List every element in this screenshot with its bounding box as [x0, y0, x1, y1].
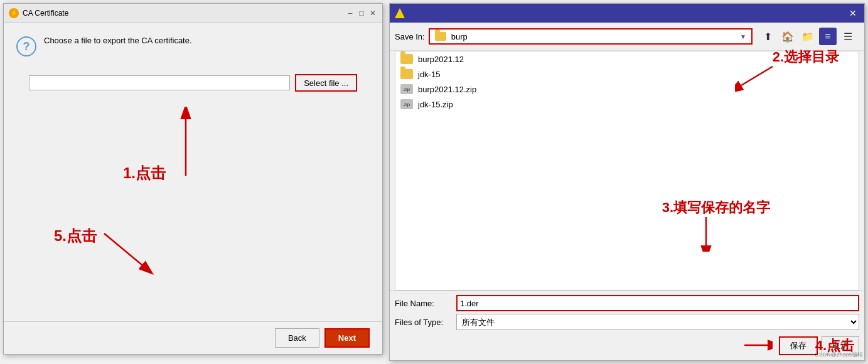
dialog-header: ? Choose a file to export the CA certifi… [16, 35, 370, 56]
bottom-fields: File Name: Files of Type: 所有文件 [390, 291, 864, 334]
right-close-button[interactable]: ✕ [847, 8, 859, 18]
list-item[interactable]: zip burp2021.12.zip [395, 82, 859, 97]
dialog-content: ? Choose a file to export the CA certifi… [4, 23, 382, 321]
list-item[interactable]: burp2021.12 [395, 51, 859, 67]
next-button[interactable]: Next [324, 328, 370, 348]
right-title-bar: ✕ [390, 4, 864, 23]
list-item[interactable]: zip jdk-15.zip [395, 97, 859, 112]
folder-icon [435, 32, 446, 41]
save-in-label: Save In: [395, 32, 425, 41]
list-item[interactable]: jdk-15 [395, 67, 859, 82]
current-folder: burp [451, 32, 735, 41]
watermark: CSDN@zhaos编辑 [815, 351, 863, 359]
zip-icon: zip [400, 84, 413, 94]
dialog-footer: Back Next [4, 321, 382, 354]
save-button[interactable]: 保存 [779, 336, 818, 355]
zip-icon: zip [400, 99, 413, 109]
back-button[interactable]: Back [275, 328, 319, 348]
files-of-type-label: Files of Type: [395, 318, 451, 327]
dialog-title: CA Certificate [23, 9, 68, 18]
title-icon: ⚡ [9, 8, 19, 18]
question-icon: ? [16, 36, 36, 56]
file-name-label: jdk-15.zip [418, 100, 453, 109]
select-file-button[interactable]: Select file ... [295, 74, 357, 92]
file-select-area: Select file ... [16, 69, 370, 94]
close-button[interactable]: ✕ [368, 9, 377, 18]
file-name-label: File Name: [395, 299, 451, 308]
right-title-controls: ✕ [847, 8, 859, 18]
save-in-dropdown[interactable]: burp ▼ [429, 28, 753, 45]
file-name-label: jdk-15 [418, 70, 440, 79]
svg-line-3 [104, 233, 142, 265]
step1-label: 1.点击 [123, 163, 166, 183]
list-view-button[interactable]: ≡ [819, 28, 837, 45]
file-path-input[interactable] [29, 75, 290, 90]
folder-icon [400, 69, 413, 79]
arrow4-svg [741, 336, 773, 354]
dropdown-arrow-icon: ▼ [740, 33, 746, 40]
arrow1-svg [161, 107, 211, 182]
action-buttons: 4.点击 保存 取消 [390, 336, 864, 360]
detail-view-button[interactable]: ☰ [839, 28, 857, 45]
minimize-button[interactable]: – [346, 9, 355, 18]
left-annotation-area: 1.点击 5.点击 [16, 94, 370, 309]
new-folder-button[interactable]: 📁 [799, 28, 817, 45]
file-list: burp2021.12 jdk-15 zip burp2021.12.zip z… [395, 51, 859, 291]
title-bar-left: ⚡ CA Certificate [9, 8, 68, 18]
save-in-row: Save In: burp ▼ ⬆ 🏠 📁 ≡ ☰ [390, 23, 864, 51]
filename-input[interactable] [456, 295, 859, 311]
files-of-type-select[interactable]: 所有文件 [456, 314, 859, 330]
up-folder-button[interactable]: ⬆ [759, 28, 776, 45]
step5-label: 5.点击 [54, 226, 97, 246]
folder-icon [400, 54, 413, 64]
filetype-row: Files of Type: 所有文件 [395, 314, 859, 330]
filename-row: File Name: [395, 295, 859, 311]
arrow5-svg [98, 227, 161, 277]
right-title-icon [395, 8, 405, 18]
file-chooser-dialog: ✕ Save In: burp ▼ ⬆ 🏠 📁 ≡ ☰ burp2021.12 … [389, 3, 865, 361]
title-controls: – □ ✕ [346, 9, 377, 18]
file-name-label: burp2021.12 [418, 55, 464, 64]
ca-certificate-dialog: ⚡ CA Certificate – □ ✕ ? Choose a file t… [3, 3, 383, 355]
title-bar: ⚡ CA Certificate – □ ✕ [4, 4, 382, 23]
file-name-label: burp2021.12.zip [418, 85, 476, 94]
dialog-message: Choose a file to export the CA certifica… [44, 35, 192, 46]
toolbar: ⬆ 🏠 📁 ≡ ☰ [756, 26, 859, 46]
maximize-button[interactable]: □ [357, 9, 366, 18]
home-button[interactable]: 🏠 [779, 28, 796, 45]
